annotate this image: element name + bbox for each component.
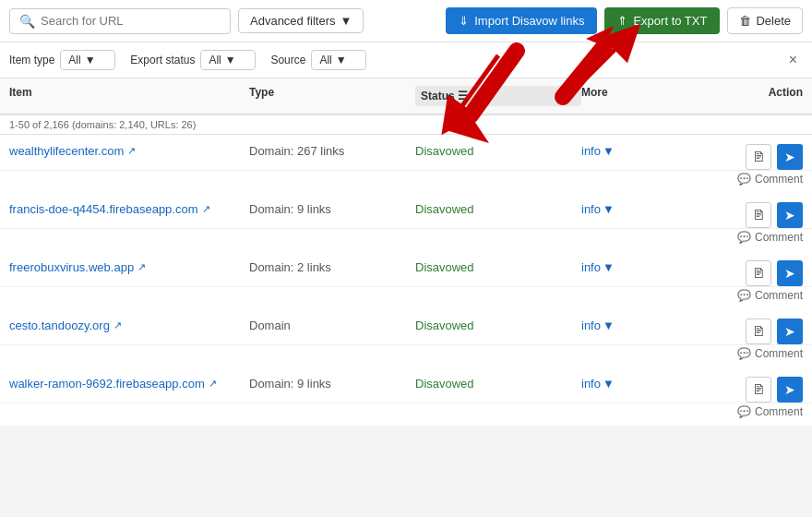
item-link[interactable]: francis-doe-q4454.firebaseapp.com — [9, 202, 198, 216]
comment-label: Comment — [755, 405, 803, 418]
status-cell: Disavowed — [415, 319, 581, 332]
status-cell: Disavowed — [415, 377, 581, 391]
chevron-down-icon: ▼ — [336, 54, 347, 66]
source-select[interactable]: All ▼ — [311, 50, 366, 70]
filters-bar: Item type All ▼ Export status All ▼ Sour… — [0, 42, 812, 78]
delete-label: Delete — [756, 14, 791, 28]
export-status-label: Export status — [130, 54, 195, 66]
more-cell[interactable]: info ▼ — [581, 202, 692, 216]
comment-label: Comment — [755, 347, 803, 360]
type-cell: Domain: 9 links — [249, 202, 415, 216]
item-link[interactable]: walker-ramon-9692.firebaseapp.com — [9, 377, 205, 391]
export-label: Export to TXT — [633, 14, 707, 28]
item-type-filter: Item type All ▼ — [9, 50, 115, 70]
item-cell: freerobuxvirus.web.app ↗ — [9, 260, 249, 274]
comment-row: 💬 Comment — [0, 171, 812, 193]
copy-icon-button[interactable]: 🖹 — [746, 202, 771, 228]
item-cell: walker-ramon-9692.firebaseapp.com ↗ — [9, 377, 249, 391]
table-row: walker-ramon-9692.firebaseapp.com ↗ Doma… — [0, 367, 812, 403]
more-cell[interactable]: info ▼ — [581, 377, 692, 391]
comment-label: Comment — [755, 289, 803, 302]
action-cell: 🖹 ➤ — [692, 377, 803, 403]
col-more-header: More — [581, 86, 692, 106]
export-status-filter: Export status All ▼ — [130, 50, 256, 70]
comment-icon: 💬 — [737, 231, 751, 244]
item-type-select[interactable]: All ▼ — [60, 50, 115, 70]
comment-icon: 💬 — [737, 289, 751, 302]
table-row: freerobuxvirus.web.app ↗ Domain: 2 links… — [0, 251, 812, 287]
delete-button[interactable]: 🗑 Delete — [727, 7, 803, 34]
comment-button[interactable]: 💬 Comment — [692, 173, 803, 186]
chevron-down-icon: ▼ — [340, 14, 352, 28]
chevron-down-icon: ▼ — [85, 54, 96, 66]
more-cell[interactable]: info ▼ — [581, 144, 692, 158]
more-cell[interactable]: info ▼ — [581, 260, 692, 274]
advanced-filters-button[interactable]: Advanced filters ▼ — [238, 8, 364, 33]
copy-icon-button[interactable]: 🖹 — [746, 144, 771, 170]
type-cell: Domain — [249, 319, 415, 332]
chevron-down-icon: ▼ — [225, 54, 236, 66]
col-item-header: Item — [9, 86, 249, 106]
close-filters-button[interactable]: × — [783, 50, 803, 70]
comment-button[interactable]: 💬 Comment — [692, 231, 803, 244]
more-cell[interactable]: info ▼ — [581, 319, 692, 332]
search-box: 🔍 — [9, 8, 231, 34]
external-link-icon: ↗ — [127, 145, 136, 157]
status-cell: Disavowed — [415, 260, 581, 274]
search-icon: 🔍 — [19, 14, 35, 29]
type-cell: Domain: 267 links — [249, 144, 415, 158]
item-cell: francis-doe-q4454.firebaseapp.com ↗ — [9, 202, 249, 216]
item-cell: wealthylifecenter.com ↗ — [9, 144, 249, 158]
comment-button[interactable]: 💬 Comment — [692, 289, 803, 302]
table-body: wealthylifecenter.com ↗ Domain: 267 link… — [0, 135, 812, 426]
action-cell: 🖹 ➤ — [692, 319, 803, 344]
comment-icon: 💬 — [737, 173, 751, 186]
comment-icon: 💬 — [737, 405, 751, 418]
import-label: Import Disavow links — [474, 14, 584, 28]
external-link-icon: ↗ — [137, 261, 146, 273]
delete-icon: 🗑 — [739, 14, 751, 28]
table-row: wealthylifecenter.com ↗ Domain: 267 link… — [0, 135, 812, 171]
copy-icon-button[interactable]: 🖹 — [746, 319, 771, 344]
item-link[interactable]: cesto.tandoozy.org — [9, 319, 110, 332]
comment-label: Comment — [755, 231, 803, 244]
status-cell: Disavowed — [415, 144, 581, 158]
col-type-header: Type — [249, 86, 415, 106]
action-cell: 🖹 ➤ — [692, 144, 803, 170]
send-icon-button[interactable]: ➤ — [777, 319, 803, 344]
type-cell: Domain: 9 links — [249, 377, 415, 391]
import-disavow-button[interactable]: ⇓ Import Disavow links — [446, 7, 597, 34]
table-row: cesto.tandoozy.org ↗ Domain Disavowed in… — [0, 309, 812, 345]
external-link-icon: ↗ — [113, 319, 122, 331]
comment-label: Comment — [755, 173, 803, 186]
copy-icon-button[interactable]: 🖹 — [746, 377, 771, 403]
comment-row: 💬 Comment — [0, 287, 812, 309]
search-input[interactable] — [41, 14, 221, 28]
sub-header: 1-50 of 2,166 (domains: 2,140, URLs: 26) — [0, 115, 812, 135]
export-icon: ⇑ — [617, 14, 627, 28]
item-link[interactable]: wealthylifecenter.com — [9, 144, 124, 158]
chevron-down-icon: ▼ — [603, 202, 615, 216]
export-status-select[interactable]: All ▼ — [200, 50, 256, 70]
external-link-icon: ↗ — [202, 203, 210, 215]
send-icon-button[interactable]: ➤ — [777, 260, 803, 286]
send-icon-button[interactable]: ➤ — [777, 144, 803, 170]
import-icon: ⇓ — [459, 14, 469, 28]
col-action-header: Action — [692, 86, 803, 106]
comment-button[interactable]: 💬 Comment — [692, 347, 803, 360]
external-link-icon: ↗ — [209, 378, 217, 390]
action-cell: 🖹 ➤ — [692, 260, 803, 286]
send-icon-button[interactable]: ➤ — [777, 377, 803, 403]
type-cell: Domain: 2 links — [249, 260, 415, 274]
export-txt-button[interactable]: ⇑ Export to TXT — [604, 7, 720, 34]
copy-icon-button[interactable]: 🖹 — [746, 260, 771, 286]
chevron-down-icon: ▼ — [603, 144, 615, 158]
chevron-down-icon: ▼ — [603, 260, 615, 274]
item-link[interactable]: freerobuxvirus.web.app — [9, 260, 134, 274]
comment-button[interactable]: 💬 Comment — [692, 405, 803, 418]
send-icon-button[interactable]: ➤ — [777, 202, 803, 228]
chevron-down-icon: ▼ — [603, 319, 615, 332]
advanced-filters-label: Advanced filters — [250, 14, 336, 28]
table-header: Item Type Status ☰ More Action — [0, 78, 812, 115]
item-type-label: Item type — [9, 54, 54, 66]
